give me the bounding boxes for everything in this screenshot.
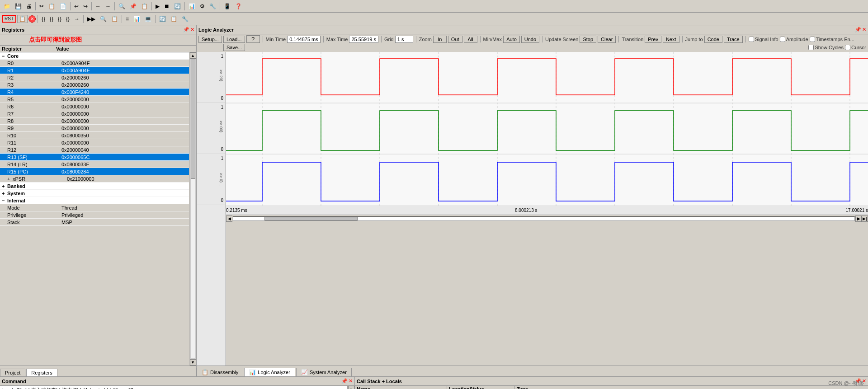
toolbar-btn-tools[interactable]: ⚙ bbox=[198, 2, 207, 10]
tab-disassembly[interactable]: 📋 Disassembly bbox=[197, 368, 243, 376]
code-button[interactable]: Code bbox=[704, 36, 722, 43]
reg-row-r4[interactable]: R4 0x000F4240 bbox=[0, 89, 189, 96]
run-btn[interactable]: ▶▶ bbox=[85, 15, 97, 23]
toolbar-btn-periph[interactable]: 📊 bbox=[187, 2, 197, 10]
brace-btn-1[interactable]: {} bbox=[40, 15, 47, 23]
reg-row-r14[interactable]: R14 (LR) 0x0800033F bbox=[0, 161, 189, 168]
reg-row-r6[interactable]: R6 0x00000000 bbox=[0, 103, 189, 110]
scrollbar-thumb[interactable] bbox=[191, 60, 195, 179]
toolbar-btn-win[interactable]: 📱 bbox=[222, 2, 232, 10]
wrench-btn[interactable]: 🔧 bbox=[180, 15, 190, 23]
toolbar-btn-forward[interactable]: → bbox=[104, 2, 113, 10]
reg-row-privilege[interactable]: Privilege Privileged bbox=[0, 211, 189, 219]
refresh-btn[interactable]: 🔄 bbox=[157, 15, 168, 23]
toolbar-btn-save[interactable]: 💾 bbox=[13, 2, 24, 10]
scrollbar-up[interactable]: ▲ bbox=[190, 52, 196, 59]
timestamps-checkbox[interactable] bbox=[810, 37, 815, 42]
toolbar-btn-paste[interactable]: 📄 bbox=[58, 2, 68, 10]
toolbar-btn-cut[interactable]: ✂ bbox=[38, 2, 46, 10]
reg-row-system[interactable]: + System bbox=[0, 190, 189, 197]
reg-row-r11[interactable]: R11 0x00000000 bbox=[0, 139, 189, 146]
scroll-right[interactable]: ▶ bbox=[855, 216, 862, 222]
undo-button[interactable]: Undo bbox=[521, 36, 539, 43]
la-pin[interactable]: 📌 bbox=[855, 27, 861, 33]
cursor-checkbox[interactable] bbox=[845, 45, 850, 50]
trace-button[interactable]: Trace bbox=[724, 36, 743, 43]
clip-btn2[interactable]: 📋 bbox=[109, 15, 120, 23]
auto-button[interactable]: Auto bbox=[503, 36, 520, 43]
reg-row-core[interactable]: − Core bbox=[0, 52, 189, 60]
reg-row-r15[interactable]: R15 (PC) 0x08000284 bbox=[0, 168, 189, 175]
brace-btn-3[interactable]: {} bbox=[56, 15, 63, 23]
tab-logic-analyzer[interactable]: 📊 Logic Analyzer bbox=[244, 368, 295, 376]
toolbar-btn-copy[interactable]: 📋 bbox=[47, 2, 57, 10]
toolbar-btn-undo[interactable]: ↩ bbox=[72, 2, 80, 10]
reg-row-r3[interactable]: R3 0x20000260 bbox=[0, 81, 189, 89]
reg-row-mode[interactable]: Mode Thread bbox=[0, 204, 189, 211]
next-button[interactable]: Next bbox=[663, 36, 679, 43]
toolbar-btn-bookmark[interactable]: 📌 bbox=[128, 2, 138, 10]
toolbar-btn-print[interactable]: 🖨 bbox=[24, 2, 33, 10]
reg-row-r10[interactable]: R10 0x08000350 bbox=[0, 132, 189, 139]
expand-system[interactable]: + bbox=[2, 191, 7, 196]
reg-row-r12[interactable]: R12 0x20000040 bbox=[0, 146, 189, 154]
stop-button[interactable]: ✕ bbox=[28, 15, 36, 23]
toolbar-btn-help[interactable]: ❓ bbox=[233, 2, 244, 10]
reg-row-r1[interactable]: R1 0x000A904E bbox=[0, 67, 189, 74]
reg-row-internal[interactable]: − Internal bbox=[0, 197, 189, 204]
clear-button[interactable]: Clear bbox=[598, 36, 616, 43]
monitor-btn[interactable]: 💻 bbox=[143, 15, 153, 23]
amplitude-checkbox[interactable] bbox=[780, 37, 785, 42]
copy-button2[interactable]: 📋 bbox=[17, 15, 28, 23]
reg-row-banked[interactable]: + Banked bbox=[0, 183, 189, 190]
la-close[interactable]: ✕ bbox=[862, 27, 866, 33]
reg-row-r2[interactable]: R2 0x20000260 bbox=[0, 74, 189, 81]
signal-info-checkbox[interactable] bbox=[749, 37, 754, 42]
reg-row-xpsr[interactable]: + xPSR 0x21000000 bbox=[0, 175, 189, 183]
toolbar-btn-back[interactable]: ← bbox=[94, 2, 103, 10]
tab-registers[interactable]: Registers bbox=[26, 369, 57, 376]
brace-btn-4[interactable]: {} bbox=[64, 15, 71, 23]
help-button[interactable]: ? bbox=[246, 35, 260, 43]
cmd-content[interactable]: Load "D:\\嵌入式仿真\\流水灯\\Objects\\LED.axf" … bbox=[0, 386, 347, 389]
toolbar-btn-folder[interactable]: 📁 bbox=[2, 2, 12, 10]
scroll-end[interactable]: ▶| bbox=[862, 216, 868, 222]
expand-internal[interactable]: − bbox=[2, 198, 7, 203]
h-scrollbar[interactable]: ◀ ▶ ▶| bbox=[226, 215, 868, 222]
brace-btn-2[interactable]: {} bbox=[48, 15, 55, 23]
reg-scrollbar[interactable]: ▲ ▼ bbox=[189, 52, 196, 366]
toolbar-btn-search[interactable]: 🔍 bbox=[117, 2, 127, 10]
reg-row-stack[interactable]: Stack MSP bbox=[0, 219, 189, 226]
tab-system-analyzer[interactable]: 📈 System Analyzer bbox=[296, 368, 352, 376]
reg-row-r7[interactable]: R7 0x00000000 bbox=[0, 110, 189, 117]
toolbar-btn-stop[interactable]: ⏹ bbox=[162, 2, 171, 10]
step-btn[interactable]: → bbox=[72, 15, 81, 23]
expand-xpsr[interactable]: + bbox=[7, 176, 13, 182]
scroll-left[interactable]: ◀ bbox=[226, 216, 232, 222]
zoom-btn[interactable]: 🔍 bbox=[98, 15, 108, 23]
h-scroll-thumb[interactable] bbox=[264, 217, 358, 220]
clip-btn3[interactable]: 📋 bbox=[169, 15, 179, 23]
rst-button[interactable]: RST bbox=[2, 15, 16, 23]
load-button[interactable]: Load... bbox=[223, 36, 245, 43]
reg-row-r5[interactable]: R5 0x20000000 bbox=[0, 96, 189, 103]
cmd-scroll-up[interactable]: ▲ bbox=[348, 386, 354, 389]
tab-project[interactable]: Project bbox=[0, 369, 25, 376]
prev-button[interactable]: Prev bbox=[645, 36, 661, 43]
reg-row-r0[interactable]: R0 0x000A904F bbox=[0, 60, 189, 67]
toolbar-btn-redo[interactable]: ↪ bbox=[81, 2, 90, 10]
show-cycles-checkbox[interactable] bbox=[808, 45, 814, 50]
toolbar-btn-dbg[interactable]: 🔄 bbox=[172, 2, 183, 10]
toolbar-btn-settings[interactable]: 🔧 bbox=[208, 2, 218, 10]
cmd-scrollbar[interactable]: ▲ ▼ bbox=[347, 386, 354, 389]
registers-close[interactable]: ✕ bbox=[190, 27, 194, 33]
reg-row-r13[interactable]: R13 (SF) 0x2000065C bbox=[0, 154, 189, 161]
toolbar-btn-build[interactable]: ▶ bbox=[154, 2, 161, 10]
list-btn[interactable]: ≡ bbox=[124, 15, 131, 23]
expand-core[interactable]: − bbox=[2, 53, 7, 59]
expand-banked[interactable]: + bbox=[2, 183, 7, 189]
cmd-pin[interactable]: 📌 bbox=[341, 378, 348, 384]
setup-button[interactable]: Setup... bbox=[198, 36, 222, 43]
reg-row-r8[interactable]: R8 0x00000000 bbox=[0, 117, 189, 125]
registers-pin[interactable]: 📌 bbox=[183, 27, 189, 33]
